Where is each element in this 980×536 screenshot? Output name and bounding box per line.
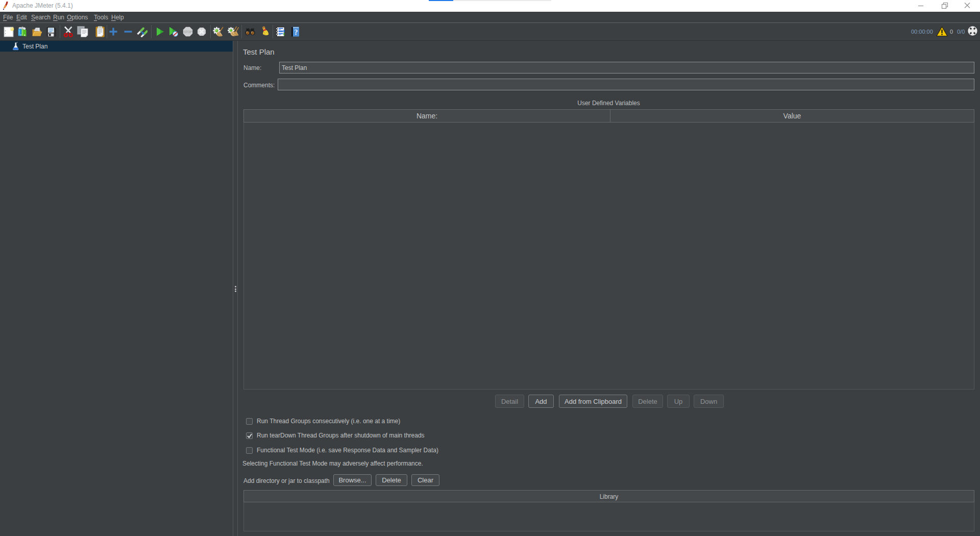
svg-text:STOP: STOP xyxy=(184,30,192,34)
svg-text:?: ? xyxy=(295,29,298,36)
